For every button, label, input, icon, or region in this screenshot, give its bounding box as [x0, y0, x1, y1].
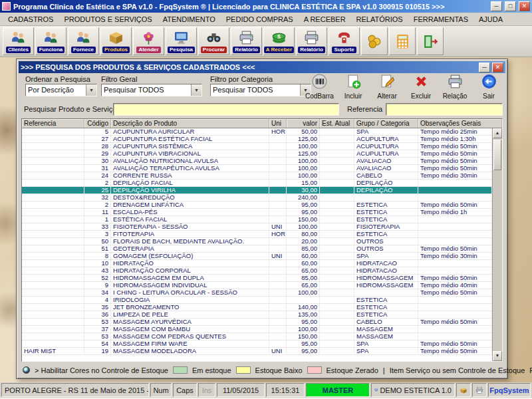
menu-item-ajuda[interactable]: AJUDA: [473, 13, 508, 25]
table-row[interactable]: 35JET BRONZEAMENTO140,00ESTETICA: [22, 304, 492, 311]
column-header-code[interactable]: Código: [84, 119, 111, 128]
chevron-down-icon[interactable]: ▼: [191, 84, 201, 96]
column-header-grupo[interactable]: Grupo / Categoria: [354, 119, 418, 128]
toolbar-button-fornece[interactable]: Fornece: [68, 27, 99, 55]
table-row[interactable]: 34I CHING - LEITURA ORACULAR - SESSÃO100…: [22, 289, 492, 297]
status-ins: Ins: [198, 383, 215, 397]
incluir-button[interactable]: Incluir: [339, 73, 367, 100]
search-window-titlebar: >>> PESQUISA DOS PRODUTOS & SERVIÇOS CAD…: [19, 61, 505, 73]
table-row[interactable]: 51GEOTERAPIA85,00OUTROSTempo médio 50min: [22, 245, 492, 253]
toolbar-button-suporte[interactable]: Suporte: [329, 27, 360, 55]
scrollbar-thumb[interactable]: [493, 140, 501, 170]
table-row[interactable]: HAIR MIST19MASSAGEM MODELADORAUNI95,00SP…: [22, 348, 492, 355]
table-row[interactable]: 9HIDROMASSAGEM INDIVIDUAL65,00HIDROMASSA…: [22, 282, 492, 289]
table-row[interactable]: 1ESTÉTICA FACIAL150,00ESTETICA: [22, 216, 492, 223]
table-row[interactable]: 36LIMPEZA DE PELE135,00ESTETICA: [22, 311, 492, 319]
table-row[interactable]: 29ACUPUNTURA VIBRACIONAL125,00ACUPULTURA…: [22, 150, 492, 158]
order-filter-dropdown[interactable]: Por Descrição ▼: [25, 84, 97, 96]
product-search-input[interactable]: [113, 103, 339, 116]
scroll-down-icon[interactable]: ▼: [493, 351, 502, 361]
scroll-up-icon[interactable]: ▲: [493, 128, 502, 138]
toolbar-button-a-receber[interactable]: A Receber: [263, 27, 295, 55]
enable-colors-radio[interactable]: [23, 366, 30, 374]
cell-ref: [22, 158, 84, 164]
toolbar-button-calculator-icon[interactable]: [389, 27, 416, 55]
cell-code: 8: [84, 253, 111, 259]
toolbar-button-funciona[interactable]: Funciona: [35, 27, 66, 55]
table-row[interactable]: 5ACUPUNTURA AURICULARHOR50,00SPATempo mé…: [22, 128, 492, 136]
close-button[interactable]: ✕: [519, 1, 530, 11]
table-row[interactable]: 2DRENAGEM LINFÁTICA95,00ESTETICATempo mé…: [22, 201, 492, 209]
menu-item-pedido-compras[interactable]: PEDIDO COMPRAS: [221, 13, 299, 25]
table-row[interactable]: 28ACUPUNTURA SISTÊMICA100,00ACUPULTURATe…: [22, 143, 492, 150]
general-filter-dropdown[interactable]: Pesquisar TODOS ▼: [101, 84, 202, 96]
category-filter-dropdown[interactable]: Pesquisar TODOS ▼: [210, 84, 311, 96]
table-row[interactable]: 43HIDRATAÇÃO CORPORAL65,00HIDRATACAO: [22, 267, 492, 275]
table-row[interactable]: 33FISIOTERAPIA - SESSÃOUNI100,00FISIOTER…: [22, 223, 492, 231]
table-row[interactable]: 30AVALIAÇÃO NUTRICIONAL AVULSA100,00AVAL…: [22, 158, 492, 165]
search-window-minimize-button[interactable]: ─: [479, 63, 490, 72]
column-header-est[interactable]: Est. Atual: [320, 119, 354, 128]
table-row[interactable]: 32DESTOX&REDUÇÃO240,00: [22, 194, 492, 201]
cell-obs: [418, 194, 492, 201]
table-row[interactable]: 11ESCALDA-PÉS95,00ESTETICATempo médio 1h: [22, 209, 492, 216]
table-row[interactable]: 53MASSAGEM COM PEDRAS QUENTES150,00MASSA…: [22, 333, 492, 340]
relacao-button[interactable]: Relação: [441, 73, 469, 100]
column-header-obs[interactable]: Observações Gerais: [418, 119, 502, 128]
chevron-down-icon[interactable]: ▼: [86, 84, 96, 96]
minimize-button[interactable]: ─: [491, 1, 502, 11]
status-panel-box[interactable]: [456, 383, 471, 397]
excluir-button[interactable]: Excluir: [407, 73, 435, 100]
table-row[interactable]: 54MASSAGEM FIRM WARE95,00SPATempo médio …: [22, 340, 492, 348]
toolbar-button-exit-icon[interactable]: [417, 27, 444, 55]
table-row[interactable]: 27ACUPUNTURA ESTÉTICA FACIAL125,00ACUPUL…: [22, 136, 492, 143]
menu-item-cadastros[interactable]: CADASTROS: [3, 13, 59, 25]
table-row[interactable]: 52HIDROMASSAGEM EM DUPLA85,00HIDROMASSAG…: [22, 275, 492, 282]
toolbar-button-relatorio[interactable]: Relatório: [296, 27, 327, 55]
table-row[interactable]: 53MASSAGEM AYURVÉDICA95,00CABELOTempo mé…: [22, 319, 492, 326]
table-row[interactable]: 24CORRENTE RUSSA100,00CABELOTempo médio …: [22, 172, 492, 180]
sair-button[interactable]: Sair: [475, 73, 503, 100]
column-header-desc[interactable]: Descrição do Produto: [111, 119, 269, 128]
toolbar-button-produtos[interactable]: Produtos: [100, 27, 132, 55]
menu-item-a-receber[interactable]: A RECEBER: [299, 13, 351, 25]
menu-item-relatorios[interactable]: RELATÓRIOS: [351, 13, 408, 25]
cell-obs: Tempo médio 25min: [418, 128, 492, 135]
cell-uni: [269, 165, 287, 172]
column-header-uni[interactable]: Uni: [269, 119, 287, 128]
cell-valor: 100,00: [287, 326, 320, 332]
toolbar-button-procurar[interactable]: Procurar: [198, 27, 229, 55]
reference-label: Referencia: [347, 105, 382, 113]
table-row[interactable]: 31AVALIAÇÃO TERAPÊUTICA AVULSA100,00AVAL…: [22, 165, 492, 172]
cell-est: [320, 231, 354, 237]
alterar-button[interactable]: Alterar: [373, 73, 401, 100]
table-row[interactable]: 4IRIDOLOGIAESTETICA: [22, 297, 492, 304]
action-buttons: CodBarraIncluirAlterarExcluirRelaçãoSair: [305, 73, 503, 100]
table-row[interactable]: 50FLORAIS DE BACH, MEDIANTE AVALIAÇÃO.20…: [22, 238, 492, 245]
toolbar-button-pesquisa[interactable]: Pesquisa: [166, 27, 197, 55]
menu-item-produtos-e-servicos[interactable]: PRODUTOS E SERVIÇOS: [59, 13, 157, 25]
menu-item-ferramentas[interactable]: FERRAMENTAS: [408, 13, 473, 25]
menu-item-atendimento[interactable]: ATENDIMENTO: [158, 13, 221, 25]
codbarra-button[interactable]: CodBarra: [305, 73, 333, 100]
toolbar-button-relatorio[interactable]: Relatório: [231, 27, 262, 55]
search-window-close-button[interactable]: ✕: [492, 63, 503, 72]
toolbar-button-coins-icon[interactable]: [361, 27, 388, 55]
table-row[interactable]: 10HIDRATAÇÃO60,00HIDRATACAO: [22, 260, 492, 267]
table-row[interactable]: 8GOMAGEM (ESFOLIAÇÃO)UNI60,00SPATempo mé…: [22, 253, 492, 260]
column-header-valor[interactable]: valor: [287, 119, 320, 128]
reference-input[interactable]: [386, 103, 503, 116]
table-row[interactable]: 2DEPILAÇÃO FACIAL15,00DEPILAÇÃO: [22, 180, 492, 187]
cell-grupo: OUTROS: [354, 245, 418, 252]
toolbar-button-atender[interactable]: Atender: [133, 27, 164, 55]
vertical-scrollbar[interactable]: ▲ ▼: [492, 128, 502, 361]
table-row[interactable]: 37MASSAGEM COM BAMBU100,00MASSAGEM: [22, 326, 492, 333]
table-row-selected[interactable]: 25DEPILAÇÃO VIRILHA30,00DEPILAÇÃO: [22, 187, 492, 194]
column-header-ref[interactable]: Referencia: [22, 119, 84, 128]
toolbar-button-clientes[interactable]: Clientes: [3, 27, 34, 55]
maximize-button[interactable]: □: [505, 1, 516, 11]
cell-ref: [22, 136, 84, 142]
table-row[interactable]: 3FITOTERAPIAHOR80,00ESTETICA: [22, 231, 492, 238]
status-panel-report[interactable]: [472, 383, 487, 397]
cell-est: [320, 333, 354, 340]
